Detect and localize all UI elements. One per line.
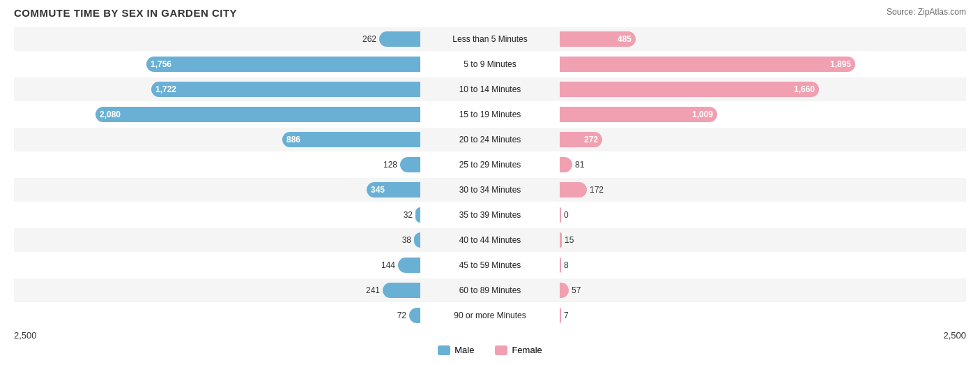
male-bar: 1,756 (146, 57, 420, 72)
female-value: 0 (564, 210, 569, 220)
left-half: 241 (14, 278, 420, 302)
male-bar (409, 308, 420, 323)
chart-container: COMMUTE TIME BY SEX IN GARDEN CITY Sourc… (14, 7, 966, 355)
row-label: 15 to 19 Minutes (420, 110, 560, 119)
female-value: 81 (575, 160, 584, 170)
source-label: Source: ZipAtlas.com (887, 7, 966, 17)
row-label: 35 to 39 Minutes (420, 210, 560, 220)
female-value: 1,009 (692, 110, 713, 119)
female-value: 1,895 (830, 59, 851, 69)
right-half: 172 (560, 178, 966, 202)
table-row: 1,72210 to 14 Minutes1,660 (14, 77, 966, 101)
female-bar (560, 308, 561, 323)
left-half: 2,080 (14, 103, 420, 126)
female-bar: 485 (560, 31, 636, 47)
right-half: 57 (560, 278, 966, 302)
axis-right: 2,500 (943, 330, 966, 341)
right-half: 485 (560, 27, 966, 51)
female-bar (560, 182, 587, 198)
female-value: 15 (565, 235, 574, 245)
right-half: 1,660 (560, 77, 966, 101)
female-bar: 1,660 (560, 82, 819, 97)
row-label: 10 to 14 Minutes (420, 84, 560, 94)
male-value: 1,756 (151, 59, 171, 69)
chart-title: COMMUTE TIME BY SEX IN GARDEN CITY (14, 7, 237, 19)
right-half: 272 (560, 128, 966, 151)
left-half: 128 (14, 153, 420, 177)
legend-male: Male (438, 345, 474, 355)
left-half: 886 (14, 128, 420, 151)
legend-female-label: Female (512, 345, 542, 355)
row-label: 20 to 24 Minutes (420, 135, 560, 144)
row-label: 40 to 44 Minutes (420, 235, 560, 245)
female-bar (560, 232, 562, 248)
legend-male-box (438, 345, 450, 355)
female-value: 172 (590, 185, 604, 195)
table-row: 1,7565 to 9 Minutes1,895 (14, 52, 966, 76)
table-row: 262Less than 5 Minutes485 (14, 27, 966, 51)
left-half: 72 (14, 304, 420, 327)
legend-female: Female (495, 345, 542, 355)
male-bar (379, 31, 420, 47)
female-value: 7 (564, 311, 569, 320)
male-value: 262 (362, 34, 376, 44)
male-value: 345 (371, 185, 385, 195)
female-value: 8 (564, 260, 569, 270)
female-bar (560, 207, 561, 223)
table-row: 12825 to 29 Minutes81 (14, 153, 966, 177)
male-bar (414, 232, 420, 248)
male-value: 72 (397, 311, 406, 320)
female-value: 57 (572, 285, 581, 295)
female-bar: 1,009 (560, 107, 717, 122)
male-value: 2,080 (100, 110, 121, 119)
male-bar (415, 207, 420, 223)
left-half: 1,722 (14, 77, 420, 101)
table-row: 24160 to 89 Minutes57 (14, 278, 966, 302)
row-label: 30 to 34 Minutes (420, 185, 560, 195)
female-bar: 1,895 (560, 57, 855, 72)
female-bar (560, 258, 561, 273)
right-half: 81 (560, 153, 966, 177)
row-label: Less than 5 Minutes (420, 34, 560, 44)
left-half: 345 (14, 178, 420, 202)
axis-labels: 2,500 2,500 (14, 330, 966, 341)
male-value: 886 (286, 135, 300, 144)
female-value: 272 (584, 135, 598, 144)
right-half: 1,895 (560, 52, 966, 76)
left-half: 144 (14, 253, 420, 277)
right-half: 7 (560, 304, 966, 327)
male-bar: 2,080 (95, 107, 420, 122)
row-label: 5 to 9 Minutes (420, 59, 560, 69)
male-value: 128 (383, 160, 397, 170)
female-value: 1,660 (794, 84, 815, 94)
right-half: 8 (560, 253, 966, 277)
female-bar (560, 283, 569, 298)
male-bar: 1,722 (151, 82, 420, 97)
table-row: 88620 to 24 Minutes272 (14, 128, 966, 151)
row-label: 25 to 29 Minutes (420, 160, 560, 170)
male-bar (383, 283, 420, 298)
left-half: 1,756 (14, 52, 420, 76)
rows-container: 262Less than 5 Minutes4851,7565 to 9 Min… (14, 27, 966, 327)
left-half: 32 (14, 203, 420, 227)
female-bar: 272 (560, 132, 602, 147)
right-half: 0 (560, 203, 966, 227)
right-half: 15 (560, 228, 966, 252)
table-row: 7290 or more Minutes7 (14, 304, 966, 327)
legend-male-label: Male (454, 345, 474, 355)
legend: Male Female (14, 345, 966, 355)
male-bar (400, 157, 420, 172)
male-bar (398, 258, 420, 273)
male-bar: 345 (367, 182, 420, 198)
table-row: 2,08015 to 19 Minutes1,009 (14, 103, 966, 126)
left-half: 262 (14, 27, 420, 51)
male-bar: 886 (282, 132, 420, 147)
chart-body: 262Less than 5 Minutes4851,7565 to 9 Min… (14, 27, 966, 355)
male-value: 241 (366, 285, 380, 295)
male-value: 38 (402, 235, 411, 245)
right-half: 1,009 (560, 103, 966, 126)
table-row: 34530 to 34 Minutes172 (14, 178, 966, 202)
table-row: 3235 to 39 Minutes0 (14, 203, 966, 227)
male-value: 32 (404, 210, 413, 220)
female-bar (560, 157, 572, 172)
